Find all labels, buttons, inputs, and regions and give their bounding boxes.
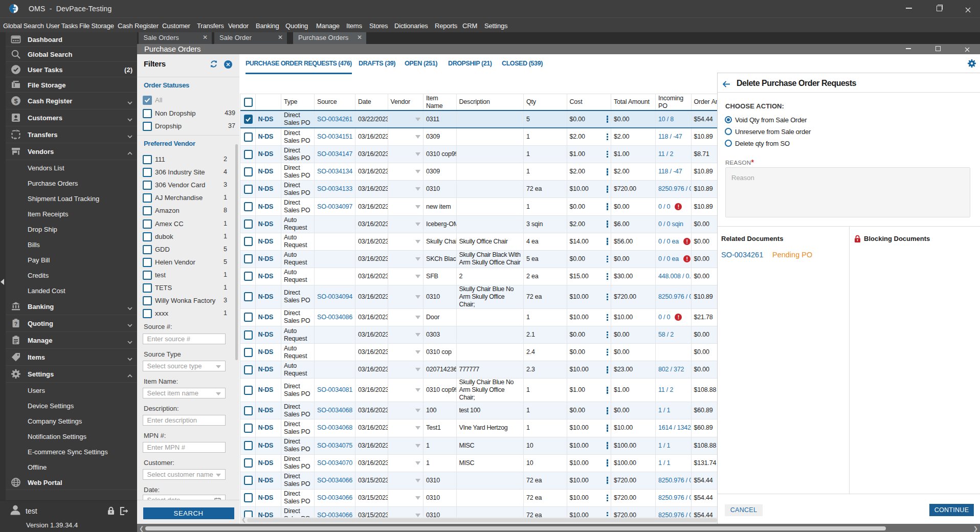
svg-text:?: ? xyxy=(14,321,17,327)
svg-text:$: $ xyxy=(14,97,18,105)
